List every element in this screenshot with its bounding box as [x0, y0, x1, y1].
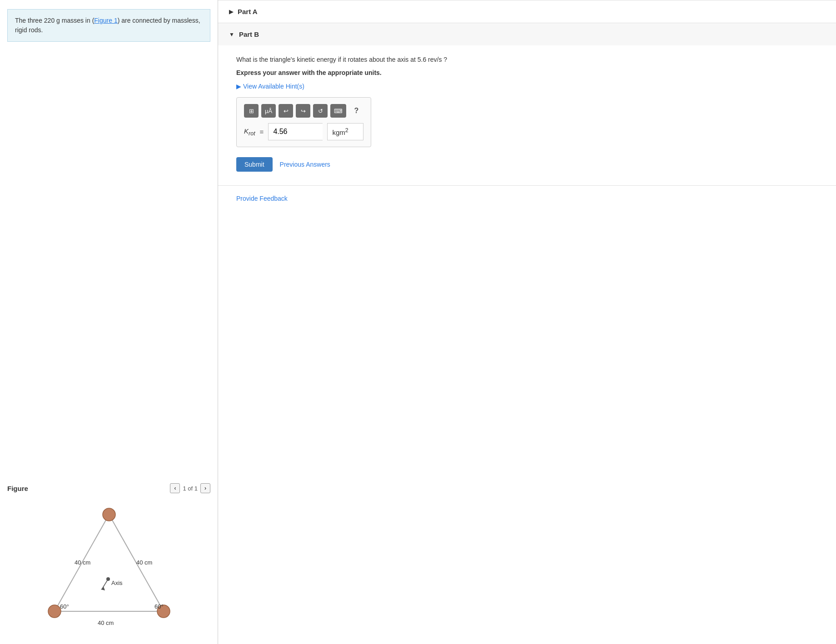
- figure-link[interactable]: Figure 1: [94, 17, 117, 24]
- submit-button[interactable]: Submit: [236, 157, 273, 172]
- triangle-figure: 40 cm 40 cm 40 cm 60° 60° Axis: [23, 499, 195, 635]
- problem-text-before: The three 220 g masses in (: [15, 17, 94, 24]
- part-b-label: Part B: [239, 30, 259, 38]
- part-b-header[interactable]: ▼ Part B: [218, 23, 836, 45]
- help-icon: ?: [354, 107, 358, 115]
- figure-header: Figure ‹ 1 of 1 ›: [7, 483, 210, 493]
- value-input[interactable]: [268, 123, 323, 140]
- svg-text:40 cm: 40 cm: [75, 559, 90, 566]
- figure-prev-button[interactable]: ‹: [170, 483, 180, 493]
- refresh-icon: ↺: [318, 108, 323, 114]
- svg-text:40 cm: 40 cm: [136, 559, 152, 566]
- redo-icon: ↪: [301, 108, 306, 114]
- right-panel: ▶ Part A ▼ Part B What is the triangle's…: [218, 0, 836, 644]
- keyboard-button[interactable]: ⌨: [330, 104, 346, 118]
- svg-point-3: [103, 508, 115, 521]
- hint-label: View Available Hint(s): [243, 83, 304, 90]
- part-b-arrow: ▼: [229, 31, 234, 38]
- left-panel: The three 220 g masses in (Figure 1) are…: [0, 0, 218, 644]
- k-sub: rot: [249, 130, 255, 137]
- part-a-section: ▶ Part A: [218, 0, 836, 23]
- unit-box: kgm2: [327, 123, 363, 140]
- help-button[interactable]: ?: [349, 104, 363, 118]
- figure-canvas: 40 cm 40 cm 40 cm 60° 60° Axis: [7, 499, 210, 635]
- provide-feedback-link[interactable]: Provide Feedback: [236, 195, 288, 202]
- mu-button[interactable]: μÅ: [261, 104, 276, 118]
- figure-counter: 1 of 1: [183, 485, 198, 492]
- undo-button[interactable]: ↩: [279, 104, 293, 118]
- keyboard-icon: ⌨: [334, 108, 343, 114]
- part-a-header[interactable]: ▶ Part A: [218, 0, 836, 23]
- unit-exp: 2: [345, 127, 348, 134]
- undo-icon: ↩: [284, 108, 289, 114]
- hint-arrow-icon: ▶: [236, 83, 241, 90]
- unit-text: kgm2: [332, 127, 348, 136]
- previous-answers-link[interactable]: Previous Answers: [280, 161, 330, 168]
- express-text: Express your answer with the appropriate…: [236, 69, 818, 76]
- problem-statement: The three 220 g masses in (Figure 1) are…: [7, 9, 210, 42]
- svg-line-12: [102, 579, 108, 589]
- part-a-label: Part A: [238, 8, 258, 15]
- hint-link[interactable]: ▶ View Available Hint(s): [236, 83, 818, 90]
- part-b-section: ▼ Part B What is the triangle's kinetic …: [218, 23, 836, 186]
- matrix-icon: ⊞: [249, 108, 254, 114]
- matrix-button[interactable]: ⊞: [244, 104, 259, 118]
- svg-text:60°: 60°: [60, 603, 69, 610]
- toolbar: ⊞ μÅ ↩ ↪ ↺: [244, 104, 363, 118]
- question-text: What is the triangle's kinetic energy if…: [236, 54, 818, 64]
- k-label: Krot: [244, 127, 255, 137]
- svg-point-4: [48, 605, 61, 618]
- answer-row: Krot = kgm2: [244, 123, 363, 140]
- part-b-content: What is the triangle's kinetic energy if…: [218, 45, 836, 185]
- svg-text:40 cm: 40 cm: [98, 619, 114, 626]
- part-a-arrow: ▶: [229, 9, 233, 15]
- answer-box: ⊞ μÅ ↩ ↪ ↺: [236, 97, 371, 147]
- refresh-button[interactable]: ↺: [313, 104, 328, 118]
- redo-button[interactable]: ↪: [296, 104, 310, 118]
- figure-nav: ‹ 1 of 1 ›: [170, 483, 210, 493]
- figure-section: Figure ‹ 1 of 1 ›: [0, 483, 218, 635]
- figure-title: Figure: [7, 485, 28, 492]
- action-row: Submit Previous Answers: [236, 157, 818, 172]
- svg-text:60°: 60°: [154, 603, 164, 610]
- svg-text:Axis: Axis: [111, 580, 123, 586]
- equals-sign: =: [260, 128, 264, 136]
- mu-icon: μÅ: [265, 108, 272, 114]
- figure-next-button[interactable]: ›: [200, 483, 210, 493]
